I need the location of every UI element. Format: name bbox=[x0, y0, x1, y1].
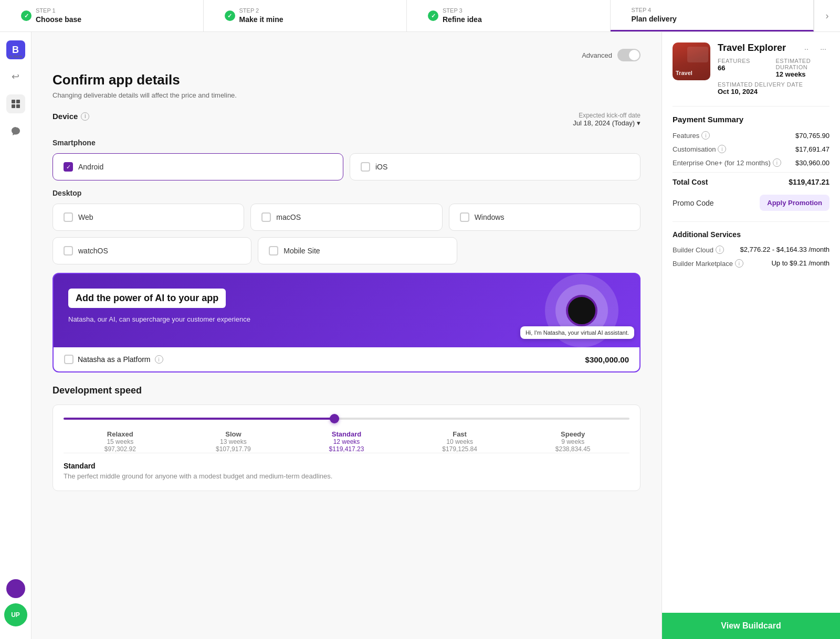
more-options-icon[interactable]: ··· bbox=[817, 42, 830, 55]
ai-text: Add the power of AI to your app Natasha,… bbox=[54, 274, 524, 347]
natasha-info-icon[interactable]: i bbox=[155, 355, 163, 364]
kickoff-label: Expected kick-off date bbox=[573, 112, 640, 119]
speed-slow[interactable]: Slow 13 weeks $107,917.79 bbox=[177, 430, 290, 453]
step-1-label: Choose base bbox=[36, 15, 81, 24]
kickoff-value[interactable]: Jul 18, 2024 (Today) ▾ bbox=[573, 119, 640, 127]
standard-desc: Standard The perfect middle ground for a… bbox=[64, 453, 629, 480]
total-label: Total Cost bbox=[673, 178, 708, 186]
grid-icon[interactable] bbox=[6, 94, 25, 113]
ai-circle-inner bbox=[566, 295, 597, 326]
device-info-icon[interactable]: i bbox=[81, 112, 89, 121]
step-3-number: STEP 3 bbox=[443, 7, 482, 14]
android-checkbox[interactable] bbox=[64, 162, 73, 172]
natasha-label: Natasha as a Platform bbox=[78, 355, 151, 364]
total-cost-row: Total Cost $119,417.21 bbox=[673, 172, 830, 186]
web-checkbox[interactable] bbox=[64, 212, 73, 222]
step-1[interactable]: STEP 1 Choose base bbox=[0, 0, 204, 31]
divider-1 bbox=[673, 106, 830, 106]
ai-title: Add the power of AI to your app bbox=[68, 289, 226, 308]
web-label: Web bbox=[78, 213, 93, 221]
speed-relaxed[interactable]: Relaxed 15 weeks $97,302.92 bbox=[64, 430, 177, 453]
step-4[interactable]: STEP 4 Plan delivery bbox=[611, 0, 814, 31]
apply-promotion-button[interactable]: Apply Promotion bbox=[760, 195, 830, 211]
macos-checkbox[interactable] bbox=[261, 212, 271, 222]
windows-checkbox[interactable] bbox=[460, 212, 469, 222]
mobile-site-card[interactable]: Mobile Site bbox=[258, 237, 457, 264]
natasha-checkbox[interactable] bbox=[64, 355, 74, 364]
chat-icon[interactable] bbox=[6, 122, 25, 141]
beta-label: In Beta bbox=[6, 54, 25, 59]
builder-cloud-row: Builder Cloud i $2,776.22 - $4,164.33 /m… bbox=[673, 245, 830, 254]
speed-card: Relaxed 15 weeks $97,302.92 Slow 13 week… bbox=[52, 404, 640, 491]
speed-thumb[interactable] bbox=[330, 414, 339, 423]
advanced-label: Advanced bbox=[582, 51, 612, 59]
up-button[interactable]: UP bbox=[4, 603, 27, 626]
mobile-site-label: Mobile Site bbox=[284, 247, 320, 255]
customisation-label: Customisation i bbox=[673, 145, 726, 153]
macos-card[interactable]: macOS bbox=[250, 204, 442, 231]
builder-cloud-info-icon[interactable]: i bbox=[716, 246, 724, 254]
promo-row: Promo Code Apply Promotion bbox=[673, 195, 830, 211]
builder-marketplace-label: Builder Marketplace i bbox=[673, 259, 743, 268]
natasha-option[interactable]: Natasha as a Platform i bbox=[64, 355, 163, 364]
stepper-chevron-right[interactable]: › bbox=[826, 10, 829, 22]
total-value: $119,417.21 bbox=[789, 178, 830, 186]
enterprise-label: Enterprise One+ (for 12 months) i bbox=[673, 158, 781, 167]
builder-marketplace-row: Builder Marketplace i Up to $9.21 /month bbox=[673, 259, 830, 268]
standard-text: The perfect middle ground for anyone wit… bbox=[64, 472, 629, 480]
duration-meta: ESTIMATED DURATION 12 weeks bbox=[776, 58, 830, 78]
android-card[interactable]: Android bbox=[52, 153, 343, 180]
enterprise-row: Enterprise One+ (for 12 months) i $30,96… bbox=[673, 158, 830, 167]
features-meta: FEATURES 66 bbox=[718, 58, 772, 78]
additional-title: Additional Services bbox=[673, 230, 830, 239]
android-label: Android bbox=[78, 163, 103, 171]
watchos-checkbox[interactable] bbox=[64, 246, 73, 255]
builder-marketplace-info-icon[interactable]: i bbox=[735, 259, 743, 268]
promo-label: Promo Code bbox=[673, 199, 714, 207]
speed-fast[interactable]: Fast 10 weeks $179,125.84 bbox=[403, 430, 517, 453]
step-2[interactable]: STEP 2 Make it mine bbox=[204, 0, 407, 31]
customisation-info-icon[interactable]: i bbox=[718, 145, 726, 153]
svg-rect-3 bbox=[16, 104, 20, 108]
features-label: FEATURES bbox=[718, 58, 772, 64]
main-content: Advanced Confirm app details Changing de… bbox=[32, 32, 662, 639]
step-2-number: STEP 2 bbox=[239, 7, 284, 14]
step-4-label: Plan delivery bbox=[632, 15, 677, 23]
ios-label: iOS bbox=[375, 163, 387, 171]
sidebar-left: B In Beta ↩ UP bbox=[0, 32, 32, 639]
speed-speedy[interactable]: Speedy 9 weeks $238,834.45 bbox=[516, 430, 629, 453]
step-3-label: Refine idea bbox=[443, 15, 482, 24]
delivery-value: Oct 10, 2024 bbox=[718, 88, 830, 95]
speed-standard[interactable]: Standard 12 weeks $119,417.23 bbox=[290, 430, 403, 453]
ai-visual: Hi, I'm Natasha, your virtual AI assista… bbox=[524, 274, 639, 347]
payment-title: Payment Summary bbox=[673, 115, 830, 124]
app-preview: ·· ··· Travel Explorer FEATURES 66 ESTIM… bbox=[673, 42, 830, 95]
step-4-number: STEP 4 bbox=[632, 7, 677, 13]
web-card[interactable]: Web bbox=[52, 204, 244, 231]
builder-marketplace-value: Up to $9.21 /month bbox=[771, 259, 830, 268]
speed-slider[interactable] bbox=[64, 418, 629, 420]
view-buildcard-button[interactable]: View Buildcard bbox=[662, 613, 840, 639]
avatar[interactable] bbox=[6, 579, 25, 598]
customisation-value: $17,691.47 bbox=[795, 145, 830, 153]
windows-label: Windows bbox=[475, 213, 505, 221]
advanced-toggle[interactable] bbox=[617, 49, 640, 61]
device-section-title: Device i bbox=[52, 112, 89, 121]
undo-icon[interactable]: ↩ bbox=[6, 67, 25, 86]
mobile-site-checkbox[interactable] bbox=[269, 246, 278, 255]
features-value: 66 bbox=[718, 64, 772, 72]
collapse-icon[interactable]: ·· bbox=[800, 42, 813, 55]
watchos-card[interactable]: watchOS bbox=[52, 237, 251, 264]
step-1-check bbox=[21, 10, 32, 21]
enterprise-info-icon[interactable]: i bbox=[773, 158, 781, 167]
features-info-icon[interactable]: i bbox=[701, 131, 710, 140]
ios-card[interactable]: iOS bbox=[350, 153, 640, 180]
ios-checkbox[interactable] bbox=[361, 162, 370, 172]
windows-card[interactable]: Windows bbox=[449, 204, 640, 231]
speed-slider-fill bbox=[64, 418, 335, 420]
ai-footer: Natasha as a Platform i $300,000.00 bbox=[54, 347, 639, 371]
macos-label: macOS bbox=[276, 213, 301, 221]
step-1-number: STEP 1 bbox=[36, 7, 81, 14]
speed-labels: Relaxed 15 weeks $97,302.92 Slow 13 week… bbox=[64, 430, 629, 453]
step-3[interactable]: STEP 3 Refine idea bbox=[407, 0, 611, 31]
